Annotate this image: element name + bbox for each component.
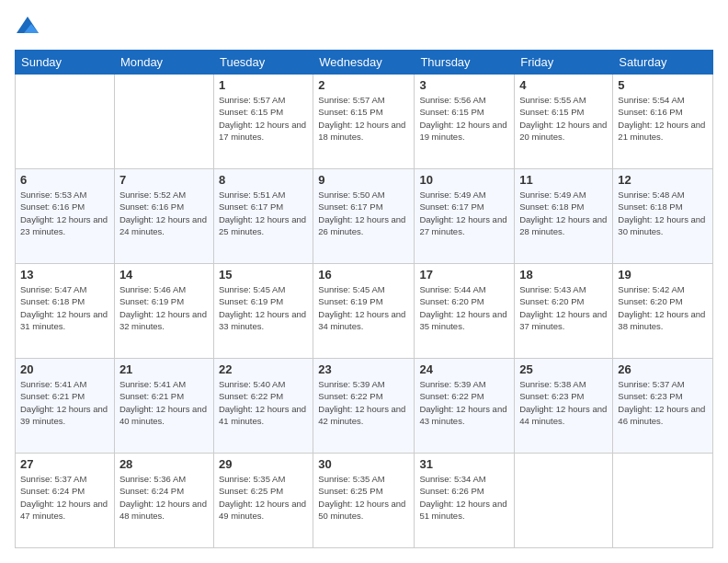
day-number: 21: [119, 362, 209, 376]
calendar-cell: [515, 454, 613, 548]
day-number: 31: [419, 457, 509, 471]
day-info: Sunrise: 5:52 AM Sunset: 6:16 PM Dayligh…: [119, 189, 209, 237]
calendar-cell: 13Sunrise: 5:47 AM Sunset: 6:18 PM Dayli…: [16, 264, 115, 359]
logo-icon: [15, 15, 40, 40]
day-number: 1: [219, 78, 308, 92]
day-info: Sunrise: 5:45 AM Sunset: 6:19 PM Dayligh…: [219, 283, 308, 332]
calendar-cell: 26Sunrise: 5:37 AM Sunset: 6:23 PM Dayli…: [613, 359, 713, 454]
calendar-cell: 9Sunrise: 5:50 AM Sunset: 6:17 PM Daylig…: [313, 169, 415, 264]
day-info: Sunrise: 5:44 AM Sunset: 6:20 PM Dayligh…: [419, 283, 509, 332]
day-number: 25: [519, 362, 608, 376]
day-number: 28: [119, 457, 209, 471]
calendar-cell: 2Sunrise: 5:57 AM Sunset: 6:15 PM Daylig…: [313, 75, 415, 169]
day-number: 11: [519, 173, 608, 187]
day-info: Sunrise: 5:36 AM Sunset: 6:24 PM Dayligh…: [119, 473, 209, 522]
logo: [15, 15, 42, 40]
calendar-cell: [114, 75, 213, 169]
dow-header: Tuesday: [213, 51, 313, 75]
calendar-cell: 19Sunrise: 5:42 AM Sunset: 6:20 PM Dayli…: [613, 264, 713, 359]
day-number: 8: [219, 173, 308, 187]
calendar-cell: 7Sunrise: 5:52 AM Sunset: 6:16 PM Daylig…: [114, 169, 213, 264]
dow-header: Thursday: [415, 51, 515, 75]
day-number: 23: [318, 362, 409, 376]
day-number: 22: [219, 362, 308, 376]
day-info: Sunrise: 5:35 AM Sunset: 6:25 PM Dayligh…: [318, 473, 409, 522]
calendar-body: 1Sunrise: 5:57 AM Sunset: 6:15 PM Daylig…: [16, 75, 713, 548]
calendar-cell: 22Sunrise: 5:40 AM Sunset: 6:22 PM Dayli…: [213, 359, 313, 454]
calendar-cell: [613, 454, 713, 548]
calendar-cell: 27Sunrise: 5:37 AM Sunset: 6:24 PM Dayli…: [16, 454, 115, 548]
day-number: 15: [219, 268, 308, 282]
calendar-cell: 31Sunrise: 5:34 AM Sunset: 6:26 PM Dayli…: [415, 454, 515, 548]
day-number: 9: [318, 173, 409, 187]
calendar-cell: 12Sunrise: 5:48 AM Sunset: 6:18 PM Dayli…: [613, 169, 713, 264]
day-of-week-row: SundayMondayTuesdayWednesdayThursdayFrid…: [16, 51, 713, 75]
calendar-cell: 18Sunrise: 5:43 AM Sunset: 6:20 PM Dayli…: [515, 264, 613, 359]
day-number: 27: [20, 457, 109, 471]
day-number: 13: [20, 268, 109, 282]
day-number: 10: [419, 173, 509, 187]
day-info: Sunrise: 5:54 AM Sunset: 6:16 PM Dayligh…: [618, 94, 708, 143]
calendar-cell: 23Sunrise: 5:39 AM Sunset: 6:22 PM Dayli…: [313, 359, 415, 454]
calendar-cell: 10Sunrise: 5:49 AM Sunset: 6:17 PM Dayli…: [415, 169, 515, 264]
day-number: 30: [318, 457, 409, 471]
day-info: Sunrise: 5:42 AM Sunset: 6:20 PM Dayligh…: [618, 283, 708, 332]
calendar-cell: 15Sunrise: 5:45 AM Sunset: 6:19 PM Dayli…: [213, 264, 313, 359]
day-info: Sunrise: 5:57 AM Sunset: 6:15 PM Dayligh…: [318, 94, 409, 143]
dow-header: Friday: [515, 51, 613, 75]
day-info: Sunrise: 5:47 AM Sunset: 6:18 PM Dayligh…: [20, 283, 109, 332]
calendar-cell: 28Sunrise: 5:36 AM Sunset: 6:24 PM Dayli…: [114, 454, 213, 548]
day-number: 7: [119, 173, 209, 187]
day-number: 20: [20, 362, 109, 376]
day-number: 16: [318, 268, 409, 282]
calendar-cell: 8Sunrise: 5:51 AM Sunset: 6:17 PM Daylig…: [213, 169, 313, 264]
day-number: 24: [419, 362, 509, 376]
calendar-cell: 21Sunrise: 5:41 AM Sunset: 6:21 PM Dayli…: [114, 359, 213, 454]
day-number: 4: [519, 78, 608, 92]
day-info: Sunrise: 5:35 AM Sunset: 6:25 PM Dayligh…: [219, 473, 308, 522]
day-info: Sunrise: 5:39 AM Sunset: 6:22 PM Dayligh…: [419, 378, 509, 427]
calendar-cell: 6Sunrise: 5:53 AM Sunset: 6:16 PM Daylig…: [16, 169, 115, 264]
day-info: Sunrise: 5:41 AM Sunset: 6:21 PM Dayligh…: [20, 378, 109, 427]
calendar-week: 1Sunrise: 5:57 AM Sunset: 6:15 PM Daylig…: [16, 75, 713, 169]
day-number: 29: [219, 457, 308, 471]
day-info: Sunrise: 5:45 AM Sunset: 6:19 PM Dayligh…: [318, 283, 409, 332]
day-info: Sunrise: 5:39 AM Sunset: 6:22 PM Dayligh…: [318, 378, 409, 427]
day-number: 2: [318, 78, 409, 92]
calendar: SundayMondayTuesdayWednesdayThursdayFrid…: [15, 50, 713, 548]
day-number: 3: [419, 78, 509, 92]
calendar-cell: 1Sunrise: 5:57 AM Sunset: 6:15 PM Daylig…: [213, 75, 313, 169]
day-info: Sunrise: 5:50 AM Sunset: 6:17 PM Dayligh…: [318, 189, 409, 237]
day-number: 12: [618, 173, 708, 187]
calendar-cell: 4Sunrise: 5:55 AM Sunset: 6:15 PM Daylig…: [515, 75, 613, 169]
calendar-week: 20Sunrise: 5:41 AM Sunset: 6:21 PM Dayli…: [16, 359, 713, 454]
day-info: Sunrise: 5:48 AM Sunset: 6:18 PM Dayligh…: [618, 189, 708, 237]
day-info: Sunrise: 5:41 AM Sunset: 6:21 PM Dayligh…: [119, 378, 209, 427]
day-info: Sunrise: 5:46 AM Sunset: 6:19 PM Dayligh…: [119, 283, 209, 332]
calendar-cell: 17Sunrise: 5:44 AM Sunset: 6:20 PM Dayli…: [415, 264, 515, 359]
calendar-week: 6Sunrise: 5:53 AM Sunset: 6:16 PM Daylig…: [16, 169, 713, 264]
day-info: Sunrise: 5:37 AM Sunset: 6:23 PM Dayligh…: [618, 378, 708, 427]
calendar-cell: 16Sunrise: 5:45 AM Sunset: 6:19 PM Dayli…: [313, 264, 415, 359]
day-number: 14: [119, 268, 209, 282]
day-info: Sunrise: 5:37 AM Sunset: 6:24 PM Dayligh…: [20, 473, 109, 522]
day-info: Sunrise: 5:40 AM Sunset: 6:22 PM Dayligh…: [219, 378, 308, 427]
calendar-week: 13Sunrise: 5:47 AM Sunset: 6:18 PM Dayli…: [16, 264, 713, 359]
day-number: 17: [419, 268, 509, 282]
day-info: Sunrise: 5:34 AM Sunset: 6:26 PM Dayligh…: [419, 473, 509, 522]
calendar-cell: 20Sunrise: 5:41 AM Sunset: 6:21 PM Dayli…: [16, 359, 115, 454]
calendar-cell: 5Sunrise: 5:54 AM Sunset: 6:16 PM Daylig…: [613, 75, 713, 169]
calendar-cell: 29Sunrise: 5:35 AM Sunset: 6:25 PM Dayli…: [213, 454, 313, 548]
day-info: Sunrise: 5:49 AM Sunset: 6:17 PM Dayligh…: [419, 189, 509, 237]
day-info: Sunrise: 5:38 AM Sunset: 6:23 PM Dayligh…: [519, 378, 608, 427]
calendar-cell: [16, 75, 115, 169]
dow-header: Monday: [114, 51, 213, 75]
day-number: 6: [20, 173, 109, 187]
calendar-cell: 14Sunrise: 5:46 AM Sunset: 6:19 PM Dayli…: [114, 264, 213, 359]
dow-header: Saturday: [613, 51, 713, 75]
day-info: Sunrise: 5:55 AM Sunset: 6:15 PM Dayligh…: [519, 94, 608, 143]
day-info: Sunrise: 5:51 AM Sunset: 6:17 PM Dayligh…: [219, 189, 308, 237]
day-info: Sunrise: 5:57 AM Sunset: 6:15 PM Dayligh…: [219, 94, 308, 143]
header: [15, 15, 713, 40]
day-info: Sunrise: 5:56 AM Sunset: 6:15 PM Dayligh…: [419, 94, 509, 143]
